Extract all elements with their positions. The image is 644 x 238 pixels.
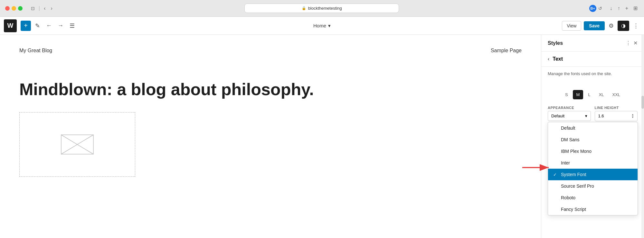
more-options-button[interactable]: ⋮ <box>632 21 640 31</box>
url-text: blockthemetesting <box>308 6 342 11</box>
dropdown-item-inter[interactable]: Inter <box>548 157 638 169</box>
chevron-down-icon: ▾ <box>328 23 331 29</box>
panel-header-icons: ⋮ ✕ <box>626 40 638 46</box>
site-title: My Great Blog <box>19 48 52 54</box>
scrollbar-track <box>641 35 644 238</box>
sidebar-toggle-button[interactable]: ⊡ <box>29 5 37 12</box>
line-height-stepper: ▲ ▼ <box>631 114 634 119</box>
dropdown-item-system-font[interactable]: ✓ System Font <box>548 169 638 180</box>
minimize-traffic-light[interactable] <box>12 6 16 11</box>
appearance-field: APPEARANCE Default ▾ <box>548 106 591 121</box>
reload-button[interactable]: ↺ <box>598 6 602 11</box>
site-nav: Sample Page <box>491 48 522 54</box>
font-dropdown: Default DM Sans IBM Plex Mono Inter ✓ Sy… <box>548 122 638 215</box>
styles-panel-header: Styles ⋮ ✕ <box>541 35 644 52</box>
brush-tool-button[interactable]: ✎ <box>32 21 43 31</box>
dropdown-label-dm-sans: DM Sans <box>561 137 580 142</box>
main-area: My Great Blog Sample Page Mindblown: a b… <box>0 35 644 238</box>
page-title-button[interactable]: Home ▾ <box>309 21 335 31</box>
dropdown-item-roboto[interactable]: Roboto <box>548 192 638 203</box>
grid-icon[interactable]: ⊞ <box>632 4 639 13</box>
b-plus-badge: B+ <box>589 5 596 12</box>
post-title[interactable]: Mindblown: a blog about philosophy. <box>19 79 522 99</box>
text-back-button[interactable]: ‹ <box>548 56 549 62</box>
wp-right: View Save ⚙ ◑ ⋮ <box>562 21 640 31</box>
forward-button[interactable]: › <box>49 4 54 13</box>
appearance-chevron-icon: ▾ <box>585 114 587 118</box>
dropdown-label-ibm-plex-mono: IBM Plex Mono <box>561 149 592 154</box>
red-arrow-indicator <box>522 163 551 175</box>
close-traffic-light[interactable] <box>5 6 10 11</box>
address-bar-container: 🔒 blockthemetesting <box>58 4 585 13</box>
scrollbar-thumb[interactable] <box>641 96 644 109</box>
wp-toolbar-left: + ✎ ← → ☰ <box>21 21 77 31</box>
dropdown-label-fancy-script: Fancy Script <box>561 207 586 212</box>
manage-fonts-desc: Manage the fonts used on the site. <box>541 67 644 81</box>
font-size-s-button[interactable]: S <box>562 90 572 99</box>
dropdown-check-system-font: ✓ <box>553 172 558 177</box>
redo-button[interactable]: → <box>55 21 66 31</box>
settings-button[interactable]: ⚙ <box>607 21 615 31</box>
dropdown-item-default[interactable]: Default <box>548 122 638 134</box>
wp-center-title: Home ▾ <box>309 21 335 31</box>
dropdown-item-fancy-script[interactable]: Fancy Script <box>548 203 638 215</box>
text-section-title: Text <box>553 56 563 62</box>
line-height-value: 1.6 <box>598 114 604 118</box>
font-size-m-button[interactable]: M <box>573 90 583 99</box>
line-height-input[interactable]: 1.6 ▲ ▼ <box>595 111 638 121</box>
panel-more-button[interactable]: ⋮ <box>626 40 631 46</box>
browser-right-icons: ↓ ↑ + ⊞ <box>609 4 639 13</box>
traffic-lights <box>5 6 23 11</box>
dropdown-item-dm-sans[interactable]: DM Sans <box>548 134 638 145</box>
styles-panel-title: Styles <box>548 40 563 46</box>
dropdown-label-roboto: Roboto <box>561 195 575 200</box>
view-button[interactable]: View <box>562 21 581 31</box>
dropdown-label-source-serif-pro: Source Serif Pro <box>561 183 594 189</box>
dark-mode-button[interactable]: ◑ <box>618 21 629 31</box>
line-height-field: LINE HEIGHT 1.6 ▲ ▼ <box>595 106 638 121</box>
maximize-traffic-light[interactable] <box>18 6 23 11</box>
add-tab-icon[interactable]: + <box>624 4 630 13</box>
font-size-row: S M L XL XXL <box>541 86 644 103</box>
dropdown-label-system-font: System Font <box>561 172 586 177</box>
browser-chrome: ⊡ | ‹ › 🔒 blockthemetesting B+ ↺ ↓ ↑ + ⊞ <box>0 0 644 17</box>
editor-content: My Great Blog Sample Page Mindblown: a b… <box>0 35 541 238</box>
font-size-xxl-button[interactable]: XXL <box>609 90 624 99</box>
line-height-down-button[interactable]: ▼ <box>631 116 634 119</box>
site-header: My Great Blog Sample Page <box>19 48 522 60</box>
image-placeholder[interactable] <box>19 112 135 177</box>
wp-admin-bar: W + ✎ ← → ☰ Home ▾ View Save ⚙ ◑ ⋮ <box>0 17 644 35</box>
font-size-l-button[interactable]: L <box>584 90 594 99</box>
save-button[interactable]: Save <box>584 21 605 30</box>
dropdown-item-source-serif-pro[interactable]: Source Serif Pro <box>548 180 638 192</box>
page-title-text: Home <box>313 23 326 28</box>
list-view-button[interactable]: ☰ <box>67 21 77 31</box>
lock-icon: 🔒 <box>302 6 306 10</box>
wp-logo[interactable]: W <box>4 19 17 32</box>
appearance-label: APPEARANCE <box>548 106 591 110</box>
font-size-xl-button[interactable]: XL <box>595 90 608 99</box>
dropdown-label-inter: Inter <box>561 160 570 165</box>
add-block-button[interactable]: + <box>21 21 31 31</box>
share-icon[interactable]: ↑ <box>616 4 621 13</box>
download-icon[interactable]: ↓ <box>609 4 614 13</box>
dropdown-item-ibm-plex-mono[interactable]: IBM Plex Mono <box>548 145 638 157</box>
browser-nav-icons: ⊡ | ‹ › <box>29 4 54 13</box>
styles-panel: Styles ⋮ ✕ ‹ Text Manage the fonts used … <box>541 35 644 238</box>
undo-button[interactable]: ← <box>44 21 54 31</box>
dropdown-label-default: Default <box>561 125 575 131</box>
back-button[interactable]: ‹ <box>42 4 47 13</box>
panel-close-button[interactable]: ✕ <box>633 40 638 46</box>
line-height-label: LINE HEIGHT <box>595 106 638 110</box>
address-bar[interactable]: 🔒 blockthemetesting <box>244 4 399 13</box>
text-section-header: ‹ Text <box>541 52 644 67</box>
appearance-value: Default <box>551 114 564 118</box>
appearance-select[interactable]: Default ▾ <box>548 111 591 121</box>
